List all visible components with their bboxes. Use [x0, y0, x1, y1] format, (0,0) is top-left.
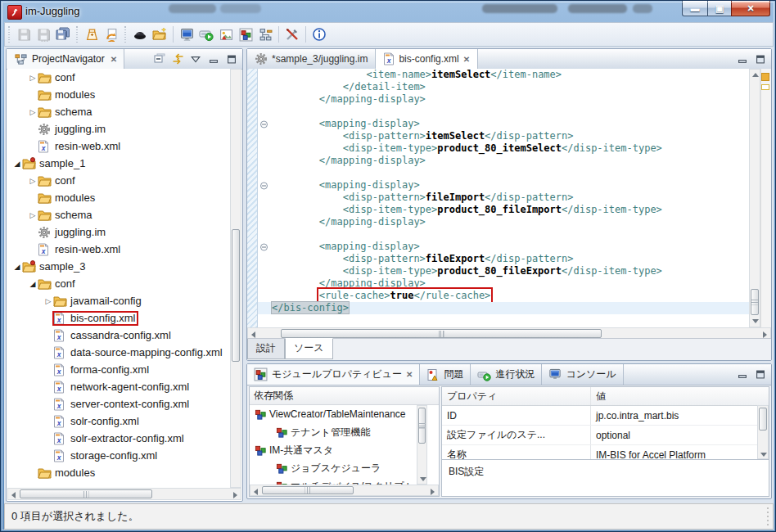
tree-collapse-icon[interactable]: ◢ — [12, 263, 22, 271]
tree-item-schema[interactable]: ▷schema — [7, 206, 230, 223]
code-line[interactable]: <disp-item-type>product_80_fileImport</d… — [258, 204, 771, 216]
minimize-editor-button[interactable] — [735, 52, 750, 66]
xml-source-editor[interactable]: <item-name>itemSelect</item-name> </deta… — [247, 69, 771, 327]
close-button[interactable]: ✕ — [731, 1, 770, 16]
minimize-view-button[interactable] — [206, 52, 221, 66]
scroll-left-icon[interactable] — [11, 492, 16, 498]
tree-item-modules[interactable]: modules — [7, 464, 230, 481]
tab-source[interactable]: ソース — [285, 338, 333, 359]
editor-vertical-scrollbar[interactable] — [749, 69, 760, 327]
property-row[interactable]: IDjp.co.intra_mart.bis — [442, 406, 769, 426]
run-module-button[interactable] — [196, 25, 216, 44]
tab-design[interactable]: 設計 — [247, 339, 285, 359]
tree-item-conf[interactable]: ▷conf — [7, 69, 230, 86]
code-line[interactable]: </detail-item> — [258, 81, 771, 93]
column-value[interactable]: 値 — [591, 390, 606, 404]
tab-project-navigator[interactable]: ProjectNavigator ✕ — [7, 49, 124, 69]
code-line[interactable]: </mapping-display> — [258, 155, 771, 167]
minimize-view-button[interactable] — [735, 367, 750, 382]
code-line[interactable]: <disp-item-type>product_80_fileExport</d… — [258, 265, 771, 277]
maximize-view-button[interactable] — [224, 52, 239, 66]
editor-tab-bis-config.xml[interactable]: xbis-config.xml✕ — [376, 49, 478, 70]
close-tab-icon[interactable]: ✕ — [463, 55, 470, 64]
tab-progress[interactable]: 進行状況 — [471, 364, 542, 385]
property-row[interactable]: 設定ファイルのステ...optional — [442, 426, 769, 445]
tree-collapse-icon[interactable]: ◢ — [28, 280, 38, 288]
code-line[interactable]: <disp-pattern>fileImport</disp-pattern> — [258, 192, 771, 204]
code-line[interactable]: <mapping-display> — [258, 241, 771, 253]
dependency-item[interactable]: ジョブスケジューラ — [250, 459, 439, 477]
scrollbar-thumb[interactable] — [418, 408, 426, 444]
save-all-button[interactable] — [53, 25, 73, 44]
tree-item-cassandra-config.xml[interactable]: xcassandra-config.xml — [7, 327, 230, 344]
scrollbar-thumb[interactable] — [232, 229, 240, 362]
code-line[interactable]: <disp-item-type>product_80_itemSelect</d… — [258, 142, 771, 155]
toolbar-drag-handle[interactable] — [124, 25, 128, 43]
tree-expand-icon[interactable]: ▷ — [28, 177, 38, 185]
toolbar-drag-handle[interactable] — [7, 25, 11, 43]
scroll-down-icon[interactable] — [760, 453, 767, 457]
tree-item-schema[interactable]: ▷schema — [7, 103, 230, 120]
export-jar-button[interactable] — [82, 25, 102, 44]
scroll-right-icon[interactable] — [431, 489, 435, 495]
code-line[interactable]: <disp-pattern>fileExport</disp-pattern> — [258, 253, 771, 265]
maximize-view-button[interactable] — [753, 367, 768, 382]
scroll-left-icon[interactable] — [251, 331, 255, 338]
scrollbar-thumb[interactable] — [20, 489, 152, 498]
scroll-down-icon[interactable] — [752, 319, 759, 323]
properties-vertical-scrollbar[interactable] — [757, 405, 769, 459]
collapse-all-button[interactable] — [152, 52, 167, 66]
tree-item-sample_3[interactable]: ◢sample_3 — [7, 258, 230, 275]
tree-item-conf[interactable]: ▷conf — [7, 172, 230, 189]
tree-item-juggling.im[interactable]: juggling.im — [7, 120, 230, 138]
juggling-button[interactable] — [130, 25, 150, 44]
tree-item-sample_1[interactable]: ◢sample_1 — [7, 155, 230, 172]
tab-problems[interactable]: 問題 — [420, 364, 471, 385]
scrollbar-thumb[interactable] — [281, 329, 602, 338]
module-view-button[interactable] — [236, 25, 255, 44]
tree-item-juggling.im[interactable]: juggling.im — [7, 223, 230, 241]
code-line[interactable] — [258, 106, 771, 118]
tree-item-conf[interactable]: ◢conf — [7, 275, 230, 292]
title-bar[interactable]: im-Juggling ▬ ▣ ✕ — [1, 1, 775, 22]
dependencies-vertical-scrollbar[interactable] — [417, 405, 427, 485]
scrollbar-thumb[interactable] — [759, 408, 767, 431]
column-property[interactable]: プロパティ — [442, 387, 591, 405]
navigator-horizontal-scrollbar[interactable] — [7, 488, 241, 500]
info-button[interactable] — [309, 25, 329, 44]
editor-tab-sample_3juggling.im[interactable]: *sample_3/juggling.im — [247, 49, 376, 69]
scroll-right-icon[interactable] — [763, 331, 767, 338]
occurrence-marker-icon[interactable] — [761, 73, 769, 81]
tree-item-data-source-mapping-config.xml[interactable]: xdata-source-mapping-config.xml — [7, 344, 230, 361]
tab-module-view[interactable]: モジュールプロパティビュー✕ — [247, 364, 420, 385]
tree-item-network-agent-config.xml[interactable]: xnetwork-agent-config.xml — [7, 378, 230, 395]
problems-image-button[interactable] — [216, 25, 236, 44]
tree-collapse-icon[interactable]: ◢ — [12, 160, 22, 168]
code-line[interactable]: <disp-pattern>itemSelect</disp-pattern> — [258, 130, 771, 142]
tree-item-modules[interactable]: modules — [7, 189, 230, 206]
code-line[interactable]: <rule-cache>true</rule-cache> — [258, 290, 771, 302]
scroll-up-icon[interactable] — [752, 73, 759, 77]
tree-item-solr-config.xml[interactable]: xsolr-config.xml — [7, 413, 230, 430]
scroll-down-icon[interactable] — [420, 477, 426, 481]
resize-grip[interactable] — [765, 507, 771, 525]
scrollbar-thumb[interactable] — [751, 289, 759, 315]
toolbar-drag-handle[interactable] — [75, 25, 79, 43]
tree-item-storage-config.xml[interactable]: xstorage-config.xml — [7, 447, 230, 464]
tree-item-modules[interactable]: modules — [7, 86, 230, 103]
code-line[interactable] — [258, 228, 771, 241]
navigator-vertical-scrollbar[interactable] — [230, 69, 241, 488]
tree-item-resin-web.xml[interactable]: xresin-web.xml — [7, 241, 230, 258]
maximize-editor-button[interactable] — [753, 52, 768, 66]
tree-item-javamail-config[interactable]: ▷javamail-config — [7, 292, 230, 309]
close-view-icon[interactable]: ✕ — [406, 370, 413, 379]
maximize-button[interactable]: ▣ — [708, 1, 731, 16]
tree-item-resin-web.xml[interactable]: xresin-web.xml — [7, 138, 230, 155]
refresh-config-button[interactable] — [102, 25, 121, 44]
link-with-editor-button[interactable] — [170, 52, 185, 66]
tree-item-server-context-config.xml[interactable]: xserver-context-config.xml — [7, 395, 230, 413]
scrollbar-thumb[interactable] — [262, 486, 354, 494]
dependency-item[interactable]: テナント管理機能 — [250, 423, 439, 441]
dependency-item[interactable]: ViewCreator/TableMaintenance — [250, 405, 439, 423]
tree-item-forma-config.xml[interactable]: xforma-config.xml — [7, 361, 230, 378]
